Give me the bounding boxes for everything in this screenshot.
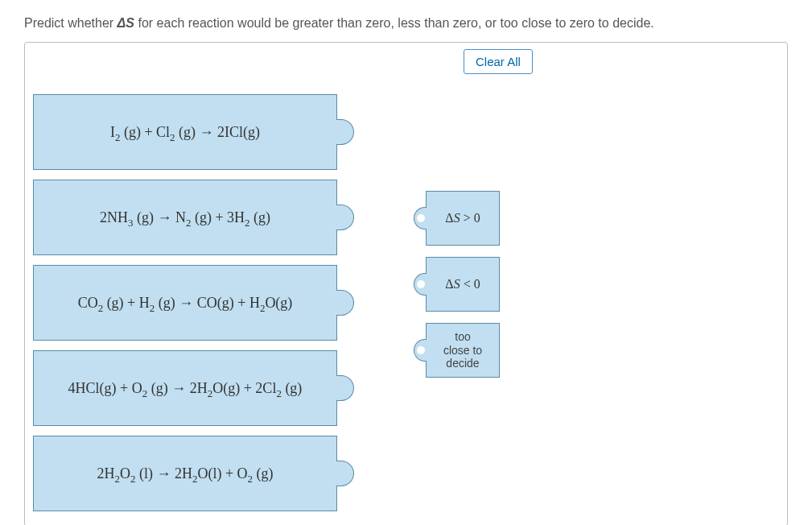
reaction-equation: CO2 (g) + H2 (g) → CO(g) + H2O(g) [78, 295, 293, 312]
reaction-card-1[interactable]: I2 (g) + Cl2 (g) → 2ICl(g) [33, 94, 337, 170]
drag-tab-icon [336, 375, 354, 401]
answers-column: ΔS > 0ΔS < 0tooclose todecide [426, 191, 500, 511]
columns-container: I2 (g) + Cl2 (g) → 2ICl(g)2NH3 (g) → N2 … [33, 94, 773, 511]
answer-card-3[interactable]: tooclose todecide [426, 323, 500, 378]
reaction-card-4[interactable]: 4HCl(g) + O2 (g) → 2H2O(g) + 2Cl2 (g) [33, 350, 337, 426]
work-area: Clear All I2 (g) + Cl2 (g) → 2ICl(g)2NH3… [24, 42, 788, 525]
reaction-card-2[interactable]: 2NH3 (g) → N2 (g) + 3H2 (g) [33, 180, 337, 255]
reaction-equation: 2NH3 (g) → N2 (g) + 3H2 (g) [100, 209, 270, 226]
answer-label: tooclose todecide [443, 330, 482, 370]
clear-all-button[interactable]: Clear All [464, 49, 533, 74]
reaction-equation: I2 (g) + Cl2 (g) → 2ICl(g) [110, 124, 260, 141]
reaction-equation: 4HCl(g) + O2 (g) → 2H2O(g) + 2Cl2 (g) [68, 380, 303, 397]
drag-notch-icon [414, 339, 427, 362]
drag-notch-icon [414, 207, 427, 229]
drag-tab-icon [336, 119, 354, 145]
drag-notch-icon [414, 273, 427, 296]
reactions-column: I2 (g) + Cl2 (g) → 2ICl(g)2NH3 (g) → N2 … [33, 94, 337, 511]
prompt-text-before: Predict whether [24, 16, 117, 30]
drag-tab-icon [336, 290, 354, 316]
answer-label: ΔS > 0 [445, 210, 480, 225]
drag-tab-icon [336, 461, 354, 486]
prompt-text-after: for each reaction would be greater than … [134, 16, 654, 30]
answer-label: ΔS < 0 [445, 276, 480, 291]
reaction-card-3[interactable]: CO2 (g) + H2 (g) → CO(g) + H2O(g) [33, 265, 337, 341]
reaction-card-5[interactable]: 2H2O2 (l) → 2H2O(l) + O2 (g) [33, 436, 337, 511]
reaction-equation: 2H2O2 (l) → 2H2O(l) + O2 (g) [97, 465, 273, 482]
answer-card-1[interactable]: ΔS > 0 [426, 191, 500, 246]
answer-card-2[interactable]: ΔS < 0 [426, 257, 500, 312]
drag-tab-icon [336, 205, 354, 230]
delta-s-symbol: ΔS [117, 16, 134, 30]
question-prompt: Predict whether ΔS for each reaction wou… [24, 16, 788, 31]
